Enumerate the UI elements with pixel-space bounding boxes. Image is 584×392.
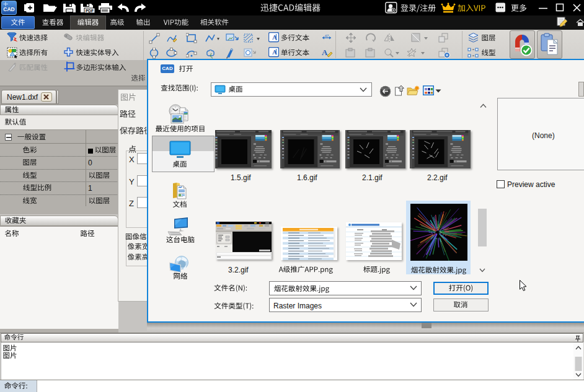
svg-text:47: 47	[325, 34, 329, 38]
svg-text:PDF: PDF	[86, 9, 94, 13]
svg-text:A: A	[322, 48, 328, 57]
svg-text:CAD: CAD	[3, 6, 14, 12]
